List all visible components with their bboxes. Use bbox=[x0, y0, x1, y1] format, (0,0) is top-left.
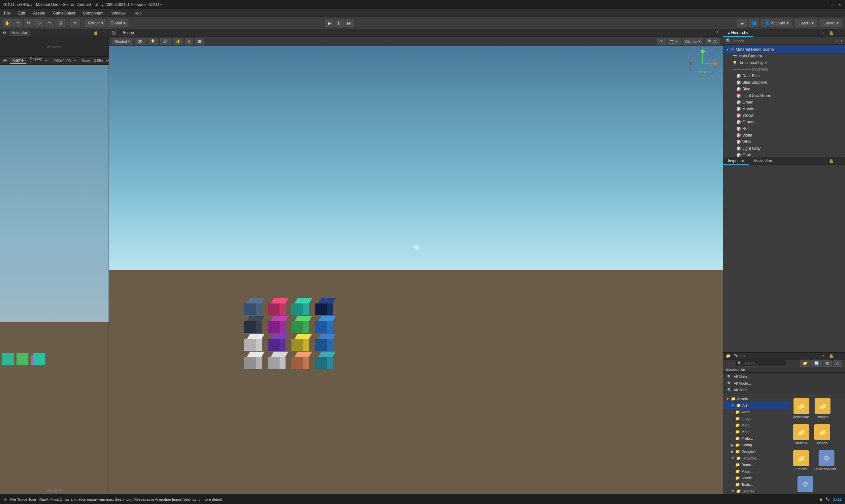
menu-component[interactable]: Component bbox=[82, 11, 105, 16]
scene-menu-icon[interactable]: ⋮ bbox=[715, 31, 720, 35]
tree-models[interactable]: 📁 Mode... bbox=[723, 429, 789, 435]
tree-shade[interactable]: 📁 Shade... bbox=[723, 475, 789, 481]
hierarchy-item-white[interactable]: 🎲 White bbox=[723, 139, 845, 145]
layout-button[interactable]: Layout ▾ bbox=[820, 19, 842, 28]
animator-menu-icon[interactable]: ⋮ bbox=[100, 31, 106, 35]
scene-overlay-btn[interactable]: 0 bbox=[185, 38, 193, 45]
hierarchy-lock-btn[interactable]: 🔒 bbox=[828, 30, 834, 36]
menu-edit[interactable]: Edit bbox=[17, 11, 27, 16]
resolution-value[interactable]: 1080x2400 bbox=[52, 59, 72, 63]
status-message[interactable]: File 'Guide Tose - RunA_Front 1' has ani… bbox=[10, 498, 224, 501]
close-btn[interactable]: ✕ bbox=[837, 2, 842, 7]
menu-help[interactable]: Help bbox=[132, 11, 143, 16]
custom-tool[interactable]: ✦ bbox=[70, 19, 80, 28]
inspector-menu-btn[interactable]: ⋮ bbox=[836, 158, 842, 164]
breadcrumb-assets[interactable]: Assets bbox=[726, 368, 737, 372]
hierarchy-item-blue-sapphire[interactable]: 🎲 Blue Sapphire bbox=[723, 79, 845, 86]
project-refresh-btn[interactable]: 🔄 bbox=[811, 360, 822, 367]
project-lock-btn[interactable]: 🔒 bbox=[828, 353, 834, 359]
hierarchy-item-red[interactable]: 🎲 Red bbox=[723, 125, 845, 132]
minimize-btn[interactable]: — bbox=[823, 2, 827, 7]
window-controls[interactable]: — □ ✕ bbox=[823, 2, 842, 7]
scale-tool[interactable]: ⊕ bbox=[34, 19, 43, 28]
menu-assets[interactable]: Assets bbox=[32, 11, 46, 16]
scene-effects-btn[interactable]: ✨ bbox=[173, 38, 183, 45]
inspector-lock-btn[interactable]: 🔒 bbox=[828, 158, 834, 164]
unity-services-btn[interactable]: ☁ bbox=[737, 19, 746, 28]
tree-prefabs[interactable]: 📁 Prefa... bbox=[723, 435, 789, 442]
hierarchy-item-mantis[interactable]: 🎲 Mantis bbox=[723, 106, 845, 112]
gizmos-toggle[interactable]: Gizmos ▾ bbox=[682, 38, 703, 45]
play-button[interactable]: ▶ bbox=[325, 19, 334, 28]
hierarchy-item-blue[interactable]: 🎲 Blue bbox=[723, 86, 845, 92]
project-view-btn[interactable]: ⊞ bbox=[823, 360, 832, 367]
hierarchy-add-btn[interactable]: + bbox=[820, 30, 827, 36]
tree-art[interactable]: ▼ 📁 Art bbox=[723, 402, 789, 409]
tree-images[interactable]: 📁 Image... bbox=[723, 415, 789, 422]
asset-models[interactable]: 📁 Models bbox=[813, 423, 831, 446]
scene-nav-btn[interactable]: ✕ bbox=[657, 38, 666, 45]
filter-all-mode[interactable]: 🔍 All Mode... bbox=[723, 380, 845, 386]
filter-all-prefa[interactable]: 🔍 All Prefa... bbox=[723, 386, 845, 393]
pause-button[interactable]: ⏸ bbox=[335, 19, 344, 28]
maximize-btn[interactable]: □ bbox=[830, 2, 834, 7]
tab-inspector[interactable]: Inspector bbox=[723, 157, 749, 165]
gizmo-widget[interactable]: X Y Z Persp bbox=[688, 49, 718, 78]
project-folder-btn[interactable]: 📁 bbox=[800, 360, 810, 367]
tab-scene[interactable]: Scene bbox=[120, 30, 137, 36]
toggle-2d[interactable]: 2D bbox=[135, 38, 145, 45]
global-toggle[interactable]: Global ▾ bbox=[108, 19, 128, 28]
hierarchy-item-orange[interactable]: 🎲 Orange bbox=[723, 119, 845, 125]
asset-animations[interactable]: 📁 Animations bbox=[792, 397, 811, 420]
scene-audio-btn[interactable]: 🔊 bbox=[160, 38, 171, 45]
tree-demo[interactable]: 📁 Demo... bbox=[723, 462, 789, 468]
asset-prefabs[interactable]: 📁 Prefabs bbox=[792, 449, 810, 472]
hierarchy-item-dark-blue[interactable]: 🎲 Dark Blue bbox=[723, 73, 845, 79]
asset-martials[interactable]: 📁 Martials bbox=[792, 423, 810, 446]
rotate-tool[interactable]: ↻ bbox=[24, 19, 33, 28]
filter-arrow[interactable]: ▾ bbox=[841, 39, 842, 42]
hierarchy-scene-root[interactable]: ▼ 🎬 Material Demo Scene ⋮ bbox=[723, 46, 845, 53]
breadcrumb-art[interactable]: Art bbox=[741, 368, 745, 372]
hierarchy-item-yellow[interactable]: 🎲 Yellow bbox=[723, 112, 845, 119]
rect-tool[interactable]: ▭ bbox=[45, 19, 54, 28]
filter-all-mate[interactable]: 🔍 All Mate... bbox=[723, 373, 845, 380]
tree-assets[interactable]: ▼ 📁 Assets bbox=[723, 395, 789, 402]
hierarchy-item-light-sea-green[interactable]: 🎲 Light Sea Green bbox=[723, 92, 845, 99]
tab-game[interactable]: Game bbox=[10, 57, 27, 64]
scene-light-btn[interactable]: 💡 bbox=[147, 38, 158, 45]
tree-config[interactable]: ▶ 📁 Config... bbox=[723, 442, 789, 448]
tab-animator[interactable]: Animator bbox=[9, 30, 30, 36]
hierarchy-item-light-gray[interactable]: 🎲 Light Gray bbox=[723, 145, 845, 152]
scene-grid-btn[interactable]: ▦ bbox=[195, 38, 204, 45]
all-dropdown[interactable]: 🔍 All bbox=[705, 38, 720, 45]
project-search-bar[interactable]: 🔍 Search... bbox=[735, 360, 787, 366]
all-filter-label[interactable]: All bbox=[835, 39, 839, 43]
display-arrow[interactable]: ▾ bbox=[44, 58, 48, 63]
account-button[interactable]: 👤 Account ▾ bbox=[761, 19, 792, 28]
layers-button[interactable]: Layers ▾ bbox=[795, 19, 817, 28]
menu-window[interactable]: Window bbox=[110, 11, 127, 16]
camera-dropdown[interactable]: 📷 ▾ bbox=[667, 38, 681, 45]
tab-navigation[interactable]: Navigation bbox=[749, 157, 777, 165]
hierarchy-item-dir-light[interactable]: 💡 Directional Light bbox=[723, 59, 845, 66]
hierarchy-search-input[interactable] bbox=[733, 39, 834, 43]
tree-animations[interactable]: 📁 Anim... bbox=[723, 409, 789, 415]
tree-martials[interactable]: 📁 Marti... bbox=[723, 422, 789, 429]
project-plus-btn[interactable]: + bbox=[726, 360, 733, 366]
project-zoom-btn[interactable]: 20 bbox=[833, 360, 842, 367]
step-button[interactable]: ⏭ bbox=[345, 19, 354, 28]
menu-gameobject[interactable]: GameObject bbox=[52, 11, 76, 16]
menu-file[interactable]: File bbox=[3, 11, 12, 16]
tree-googlea[interactable]: ▶ 📁 GoogleA... bbox=[723, 448, 789, 455]
res-arrow[interactable]: ▾ bbox=[73, 58, 77, 63]
tree-scenes[interactable]: ▼ 📁 Scenes bbox=[723, 488, 789, 494]
tree-mater[interactable]: 📁 Mater... bbox=[723, 468, 789, 475]
animator-lock-icon[interactable]: 🔒 bbox=[92, 31, 99, 35]
project-add-btn[interactable]: + bbox=[820, 353, 827, 359]
asset-images[interactable]: 📁 Images bbox=[813, 397, 832, 420]
move-tool[interactable]: ✛ bbox=[13, 19, 22, 28]
asset-universal-1[interactable]: ⚙ UniversalRend... bbox=[813, 449, 840, 472]
asset-universal-2[interactable]: ⚙ UniversalRend... bbox=[792, 475, 819, 494]
pivot-toggle[interactable]: Center ▾ bbox=[85, 19, 106, 28]
